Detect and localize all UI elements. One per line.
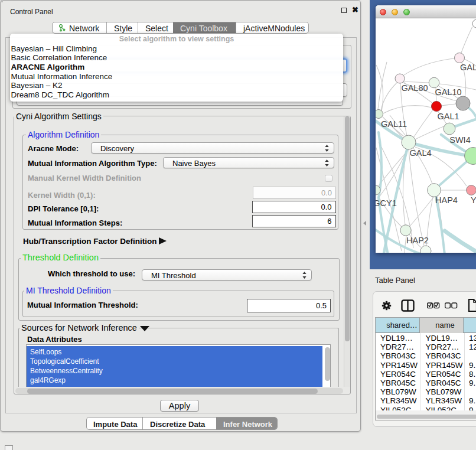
svg-text:HAP2: HAP2: [406, 236, 429, 245]
svg-text:GAL4: GAL4: [409, 148, 431, 158]
svg-text:GAL11: GAL11: [381, 119, 407, 129]
svg-text:GCY1: GCY1: [376, 198, 397, 208]
svg-text:HAP4: HAP4: [435, 195, 458, 205]
svg-text:SWI4: SWI4: [449, 135, 470, 145]
svg-text:Y: Y: [471, 195, 476, 205]
svg-text:GAL: GAL: [460, 63, 476, 72]
svg-text:GAL80: GAL80: [401, 83, 428, 93]
svg-text:GAL10: GAL10: [435, 87, 461, 97]
svg-text:GAL1: GAL1: [437, 112, 459, 121]
